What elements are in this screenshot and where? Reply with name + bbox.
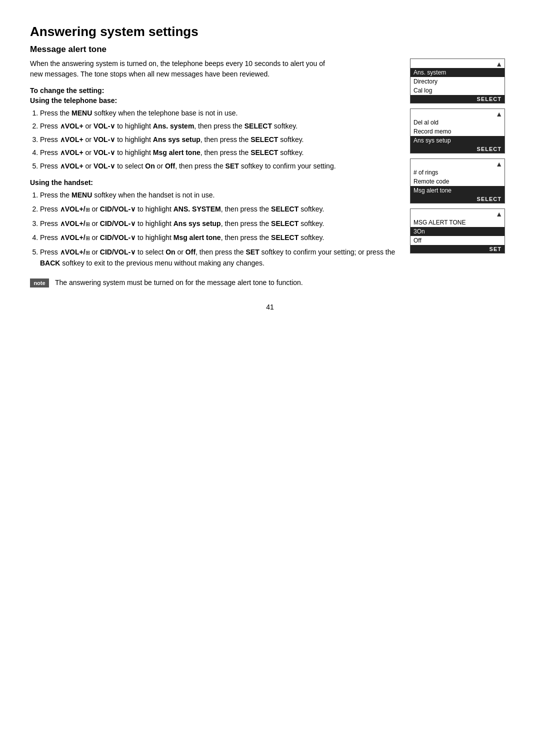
handset-step-5: Press ∧VOL+/⊞ or CID/VOL-∨ to select On …: [40, 246, 400, 269]
screen1-item-1: Ans. system: [410, 68, 504, 77]
screen1-arrow: ▲: [410, 59, 504, 68]
screen2-item-1: Del al old: [410, 118, 504, 127]
screen2-select-bar: SELECT: [410, 145, 504, 153]
base-steps-list: Press the MENU softkey when the telephon…: [40, 108, 400, 172]
screen2-arrow: ▲: [410, 109, 504, 118]
change-setting-label: To change the setting:: [30, 86, 400, 94]
note-text: The answering system must be turned on f…: [55, 278, 303, 288]
screen3-arrow: ▲: [410, 159, 504, 168]
handset-step-2: Press ∧VOL+/⊞ or CID/VOL-∨ to highlight …: [40, 204, 400, 214]
screen4-set-bar: SET: [410, 245, 504, 253]
note-label: note: [30, 278, 49, 288]
page-title: Answering system settings: [30, 24, 510, 40]
content-column: When the answering system is turned on, …: [30, 58, 400, 288]
screen-diagram-3: ▲ # of rings Remote code Msg alert tone …: [410, 158, 505, 204]
intro-text: When the answering system is turned on, …: [30, 58, 330, 80]
handset-steps-list: Press the MENU softkey when the handset …: [40, 190, 400, 268]
screen1-item-3: Cal log: [410, 86, 504, 95]
screen4-item-1: 3On: [410, 227, 504, 236]
note-box: note The answering system must be turned…: [30, 278, 400, 288]
handset-step-1: Press the MENU softkey when the handset …: [40, 190, 400, 200]
diagrams-column: ▲ Ans. system Directory Cal log SELECT ▲…: [410, 58, 510, 254]
base-step-1: Press the MENU softkey when the telephon…: [40, 108, 400, 118]
screen-diagram-2: ▲ Del al old Record memo Ans sys setup S…: [410, 108, 505, 154]
screen2-item-3: Ans sys setup: [410, 136, 504, 145]
screen2-item-2: Record memo: [410, 127, 504, 136]
screen-diagram-1: ▲ Ans. system Directory Cal log SELECT: [410, 58, 505, 104]
base-step-5: Press ∧VOL+ or VOL-∨ to select On or Off…: [40, 160, 400, 172]
screen3-item-1: # of rings: [410, 168, 504, 177]
screen1-select-bar: SELECT: [410, 95, 504, 103]
handset-step-4: Press ∧VOL+/⊞ or CID/VOL-∨ to highlight …: [40, 232, 400, 243]
screen3-item-3: Msg alert tone: [410, 186, 504, 195]
base-step-2: Press ∧VOL+ or VOL-∨ to highlight Ans. s…: [40, 120, 400, 132]
page-number: 41: [30, 303, 510, 311]
screen3-select-bar: SELECT: [410, 195, 504, 203]
screen4-header: MSG ALERT TONE: [410, 218, 504, 227]
base-step-3: Press ∧VOL+ or VOL-∨ to highlight Ans sy…: [40, 134, 400, 145]
screen3-item-2: Remote code: [410, 177, 504, 186]
handset-label: Using the handset:: [30, 178, 400, 186]
base-step-4: Press ∧VOL+ or VOL-∨ to highlight Msg al…: [40, 147, 400, 158]
section-title: Message alert tone: [30, 44, 510, 54]
screen-diagram-4: ▲ MSG ALERT TONE 3On Off SET: [410, 208, 505, 254]
screen4-arrow: ▲: [410, 209, 504, 218]
handset-step-3: Press ∧VOL+/⊞ or CID/VOL-∨ to highlight …: [40, 218, 400, 229]
screen4-item-2: Off: [410, 236, 504, 245]
screen1-item-2: Directory: [410, 77, 504, 86]
base-label: Using the telephone base:: [30, 96, 400, 104]
